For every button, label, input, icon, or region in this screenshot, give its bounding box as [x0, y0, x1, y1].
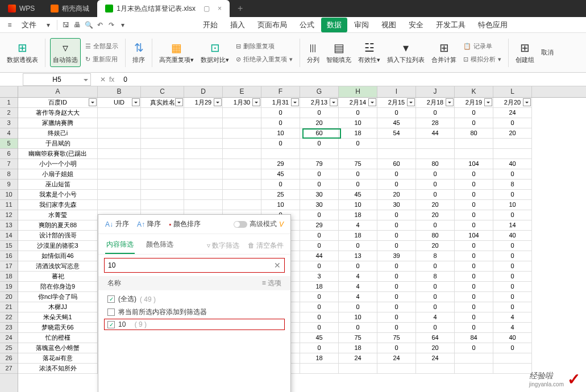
- header-cell[interactable]: 2月15: [377, 98, 416, 108]
- cell[interactable]: 0: [416, 220, 455, 231]
- cell[interactable]: 0: [377, 272, 416, 282]
- column-header-G[interactable]: G: [300, 86, 339, 97]
- cell[interactable]: 0: [339, 139, 377, 149]
- cell[interactable]: 0: [455, 169, 493, 180]
- name-box[interactable]: H5: [23, 73, 91, 86]
- cell[interactable]: [98, 139, 141, 149]
- row-header-4[interactable]: 4: [0, 128, 18, 139]
- cell[interactable]: [223, 149, 261, 159]
- cell[interactable]: 0: [455, 200, 493, 210]
- filter-dropdown-icon[interactable]: [252, 98, 260, 106]
- cell[interactable]: [184, 118, 223, 128]
- cell[interactable]: 沙漠里的骆驼3: [18, 241, 98, 251]
- cell[interactable]: 于昌斌的: [18, 139, 98, 149]
- cell[interactable]: [98, 159, 141, 169]
- cell[interactable]: 0: [300, 312, 339, 323]
- cell[interactable]: 0: [339, 169, 377, 180]
- column-header-A[interactable]: A: [18, 86, 98, 97]
- column-header-J[interactable]: J: [416, 86, 455, 97]
- cell[interactable]: [455, 149, 493, 159]
- cell[interactable]: 0: [261, 139, 300, 149]
- cell[interactable]: 0: [455, 108, 493, 118]
- row-header-5[interactable]: 5: [0, 139, 18, 149]
- cell[interactable]: 4: [416, 312, 455, 323]
- cell[interactable]: [416, 364, 455, 374]
- row-header-1[interactable]: 1: [0, 98, 18, 108]
- cell[interactable]: 0: [300, 261, 339, 272]
- cell[interactable]: 0: [493, 272, 532, 282]
- cell[interactable]: 10: [339, 200, 377, 210]
- cell[interactable]: 浓淡不知所外: [18, 364, 98, 374]
- filter-dropdown-icon[interactable]: [132, 98, 140, 106]
- tab-mall[interactable]: 稻壳商城: [43, 0, 97, 17]
- cell[interactable]: 0: [377, 169, 416, 180]
- cell[interactable]: 爽朗的夏天88: [18, 220, 98, 231]
- cell[interactable]: 0: [300, 180, 339, 190]
- cell[interactable]: 24: [339, 353, 377, 364]
- cell[interactable]: 20: [377, 190, 416, 200]
- cell[interactable]: [98, 180, 141, 190]
- cell[interactable]: [141, 128, 184, 139]
- cell[interactable]: 10: [261, 128, 300, 139]
- cell[interactable]: 44: [300, 251, 339, 261]
- cell[interactable]: 4: [339, 272, 377, 282]
- cell[interactable]: [493, 364, 532, 374]
- cell[interactable]: [223, 190, 261, 200]
- cell[interactable]: 巫山短笛: [18, 180, 98, 190]
- cell[interactable]: 40: [493, 231, 532, 241]
- cell[interactable]: 8: [493, 180, 532, 190]
- row-header-7[interactable]: 7: [0, 159, 18, 169]
- cell[interactable]: 0: [377, 282, 416, 292]
- sort-asc-button[interactable]: A↓升序: [105, 219, 129, 229]
- cell[interactable]: 我们家李先森: [18, 200, 98, 210]
- tab-close-icon[interactable]: ×: [218, 5, 222, 12]
- cell[interactable]: [339, 364, 377, 374]
- header-cell[interactable]: 2月19: [455, 98, 493, 108]
- cell[interactable]: 0: [377, 241, 416, 251]
- cell[interactable]: [455, 353, 493, 364]
- cell[interactable]: 24: [493, 108, 532, 118]
- row-header-16[interactable]: 16: [0, 251, 18, 261]
- cell[interactable]: 45: [261, 169, 300, 180]
- filter-dropdown-icon[interactable]: [368, 98, 376, 106]
- cell[interactable]: 44: [416, 128, 455, 139]
- number-filter-button[interactable]: ▿ 数字筛选: [207, 241, 239, 251]
- chevron-down-icon[interactable]: ▾: [43, 20, 53, 30]
- column-header-D[interactable]: D: [184, 86, 223, 97]
- cell[interactable]: 陪在你身边9: [18, 282, 98, 292]
- cell[interactable]: 0: [416, 180, 455, 190]
- preview-icon[interactable]: 🔍: [84, 20, 94, 30]
- reject-dup-button[interactable]: ⊘拒绝录入重复项▾: [234, 54, 295, 65]
- cell[interactable]: 0: [377, 302, 416, 312]
- consolidate-button[interactable]: ⊞合并计算: [429, 39, 459, 66]
- highlight-dup-button[interactable]: ▦高亮重复项▾: [157, 39, 196, 66]
- tab-content-filter[interactable]: 内容筛选: [105, 237, 135, 254]
- dropdown-icon[interactable]: ▾: [118, 20, 128, 30]
- cell[interactable]: 60: [377, 159, 416, 169]
- header-cell[interactable]: 真实姓名: [141, 98, 184, 108]
- cell[interactable]: 24: [416, 353, 455, 364]
- cell[interactable]: 0: [493, 292, 532, 302]
- cell[interactable]: 18: [300, 353, 339, 364]
- column-header-C[interactable]: C: [141, 86, 184, 97]
- cell[interactable]: 45: [300, 333, 339, 343]
- cell[interactable]: 39: [377, 251, 416, 261]
- cell[interactable]: 80: [416, 231, 455, 241]
- menu-insert[interactable]: 插入: [225, 18, 251, 32]
- cell[interactable]: [98, 108, 141, 118]
- cell[interactable]: 0: [261, 118, 300, 128]
- cell[interactable]: 0: [493, 282, 532, 292]
- cell[interactable]: [141, 139, 184, 149]
- cell[interactable]: 29: [261, 159, 300, 169]
- cell[interactable]: 20: [416, 343, 455, 353]
- row-header-20[interactable]: 20: [0, 292, 18, 302]
- cell[interactable]: 0: [377, 108, 416, 118]
- row-header-12[interactable]: 12: [0, 210, 18, 220]
- cell[interactable]: 0: [416, 282, 455, 292]
- advanced-mode-toggle[interactable]: 高级模式 V: [234, 219, 284, 229]
- row-header-27[interactable]: 27: [0, 364, 18, 374]
- cell[interactable]: 0: [455, 292, 493, 302]
- cell[interactable]: [223, 200, 261, 210]
- column-header-F[interactable]: F: [261, 86, 300, 97]
- cell[interactable]: 你ncl学会了吗: [18, 292, 98, 302]
